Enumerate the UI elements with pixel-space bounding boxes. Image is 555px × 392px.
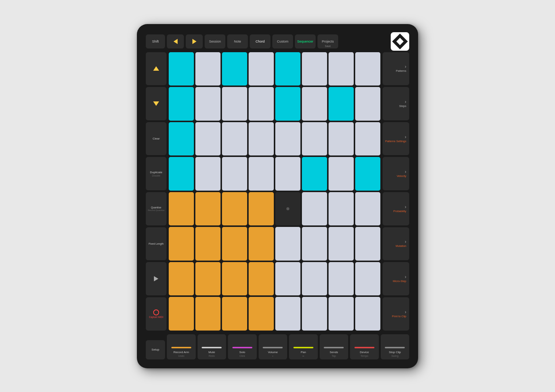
pad[interactable] bbox=[275, 297, 300, 331]
solo-button[interactable]: Solo Click bbox=[228, 334, 257, 359]
velocity-button[interactable]: › Velocity bbox=[383, 157, 409, 190]
pad[interactable] bbox=[195, 122, 221, 156]
setup-button[interactable]: Setup bbox=[146, 340, 165, 359]
pad[interactable] bbox=[249, 262, 274, 296]
pad[interactable] bbox=[302, 157, 327, 191]
pad[interactable] bbox=[195, 227, 221, 261]
pad[interactable] bbox=[302, 262, 327, 296]
duplicate-button[interactable]: Duplicate Double bbox=[146, 157, 166, 190]
pad[interactable] bbox=[222, 227, 247, 261]
mute-button[interactable]: Mute Redo bbox=[198, 334, 226, 359]
capture-midi-button[interactable]: Capture MIDI bbox=[146, 297, 166, 331]
mutation-button[interactable]: › Mutation bbox=[383, 227, 409, 261]
pad[interactable] bbox=[169, 122, 194, 156]
pad[interactable] bbox=[355, 227, 380, 261]
pad[interactable] bbox=[169, 227, 194, 261]
pad[interactable] bbox=[222, 52, 247, 86]
pad[interactable] bbox=[275, 192, 300, 226]
pad[interactable] bbox=[355, 52, 380, 86]
pad[interactable] bbox=[329, 297, 354, 331]
pad[interactable] bbox=[275, 262, 300, 296]
pad[interactable] bbox=[249, 52, 274, 86]
record-icon bbox=[153, 309, 159, 315]
pad[interactable] bbox=[222, 262, 247, 296]
pad[interactable] bbox=[195, 157, 221, 191]
pad[interactable] bbox=[329, 157, 354, 191]
quantise-button[interactable]: Quantise Record Quantise bbox=[146, 192, 166, 225]
pad[interactable] bbox=[195, 262, 221, 296]
pad[interactable] bbox=[249, 122, 274, 156]
pad[interactable] bbox=[169, 262, 194, 296]
pad[interactable] bbox=[195, 52, 221, 86]
pad[interactable] bbox=[302, 192, 327, 226]
session-button[interactable]: Session bbox=[205, 34, 225, 48]
pad[interactable] bbox=[249, 157, 274, 191]
pad[interactable] bbox=[195, 192, 221, 226]
pad[interactable] bbox=[275, 87, 300, 121]
print-to-clip-button[interactable]: › Print to Clip bbox=[383, 297, 409, 331]
pad[interactable] bbox=[302, 122, 327, 156]
down-button[interactable] bbox=[146, 87, 166, 120]
pad[interactable] bbox=[355, 297, 380, 331]
pad[interactable] bbox=[169, 297, 194, 331]
pad[interactable] bbox=[329, 122, 354, 156]
pad[interactable] bbox=[329, 227, 354, 261]
pad[interactable] bbox=[195, 297, 221, 331]
pad[interactable] bbox=[249, 297, 274, 331]
pad[interactable] bbox=[275, 227, 300, 261]
pad[interactable] bbox=[249, 192, 274, 226]
pad[interactable] bbox=[275, 122, 300, 156]
pad[interactable] bbox=[355, 87, 380, 121]
probability-button[interactable]: › Probability bbox=[383, 192, 409, 225]
sends-button[interactable]: Sends Tap bbox=[320, 334, 349, 359]
clear-button[interactable]: Clear bbox=[146, 122, 166, 155]
pad[interactable] bbox=[302, 227, 327, 261]
pad[interactable] bbox=[329, 87, 354, 121]
projects-button[interactable]: Projects Save bbox=[317, 34, 338, 48]
pad[interactable] bbox=[329, 52, 354, 86]
pad[interactable] bbox=[355, 192, 380, 226]
pad[interactable] bbox=[195, 87, 221, 121]
pad[interactable] bbox=[222, 192, 247, 226]
pad[interactable] bbox=[329, 192, 354, 226]
steps-button[interactable]: › Steps bbox=[383, 87, 409, 120]
right-arrow-button[interactable] bbox=[186, 34, 203, 48]
pad[interactable] bbox=[355, 122, 380, 156]
sequencer-button[interactable]: Sequencer bbox=[295, 34, 316, 48]
stop-clip-button[interactable]: Stop Clip Swing bbox=[381, 334, 410, 359]
pan-button[interactable]: Pan •• bbox=[289, 334, 318, 359]
pad[interactable] bbox=[222, 87, 247, 121]
pad[interactable] bbox=[169, 192, 194, 226]
up-button[interactable] bbox=[146, 52, 166, 86]
pad[interactable] bbox=[169, 52, 194, 86]
pad[interactable] bbox=[302, 52, 327, 86]
patterns-button[interactable]: › Patterns bbox=[383, 52, 409, 86]
pad[interactable] bbox=[275, 52, 300, 86]
pad[interactable] bbox=[169, 87, 194, 121]
pad[interactable] bbox=[169, 157, 194, 191]
pad[interactable] bbox=[355, 262, 380, 296]
logo-button[interactable] bbox=[391, 32, 409, 51]
pad[interactable] bbox=[249, 227, 274, 261]
chord-button[interactable]: Chord bbox=[250, 34, 270, 48]
pad[interactable] bbox=[355, 157, 380, 191]
pad[interactable] bbox=[329, 262, 354, 296]
left-arrow-button[interactable] bbox=[167, 34, 184, 48]
shift-button[interactable]: Shift bbox=[146, 34, 165, 48]
play-button[interactable] bbox=[146, 262, 166, 295]
pad[interactable] bbox=[275, 157, 300, 191]
pad[interactable] bbox=[222, 122, 247, 156]
pad[interactable] bbox=[222, 297, 247, 331]
pad[interactable] bbox=[302, 87, 327, 121]
note-button[interactable]: Note bbox=[227, 34, 248, 48]
microstep-button[interactable]: › Micro-Step bbox=[383, 262, 409, 295]
pad[interactable] bbox=[302, 297, 327, 331]
record-arm-button[interactable]: Record Arm Undo bbox=[167, 334, 196, 359]
device-button[interactable]: Device Tempo bbox=[350, 334, 379, 359]
fixed-length-button[interactable]: Fixed Length bbox=[146, 227, 166, 261]
pad[interactable] bbox=[249, 87, 274, 121]
volume-button[interactable]: Volume • bbox=[259, 334, 287, 359]
patterns-settings-button[interactable]: › Patterns Settings bbox=[383, 122, 409, 155]
pad[interactable] bbox=[222, 157, 247, 191]
custom-button[interactable]: Custom bbox=[272, 34, 293, 48]
